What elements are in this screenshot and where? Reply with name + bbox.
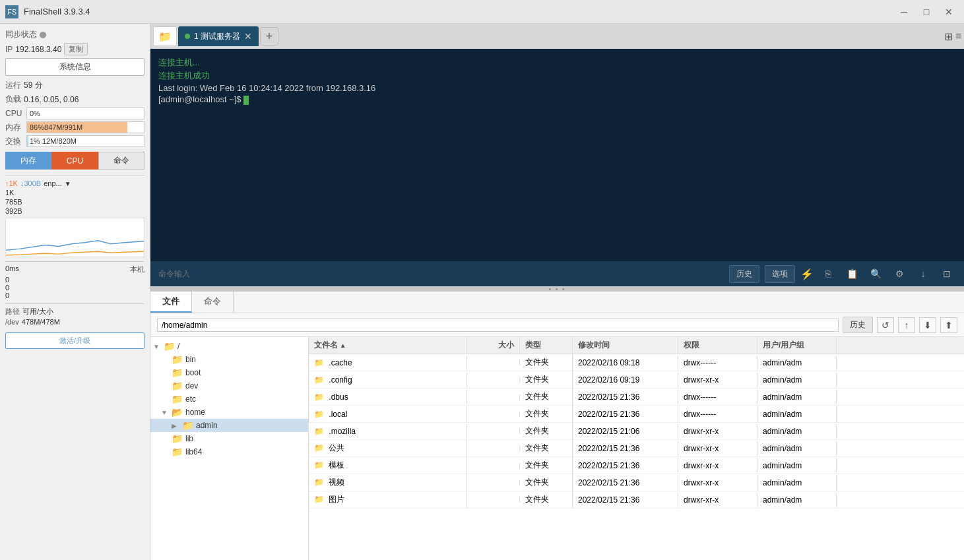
term-line-1: 连接主机... <box>158 57 956 69</box>
col-perm-header[interactable]: 权限 <box>678 337 757 354</box>
file-tab-commands[interactable]: 命令 <box>192 292 234 313</box>
up-dir-button[interactable]: ↑ <box>898 317 915 333</box>
file-row[interactable]: 📁 公共 文件夹 2022/02/15 21:36 drwxr-xr-x adm… <box>309 440 964 457</box>
tree-lib[interactable]: 📁 lib <box>150 432 308 445</box>
paste-button[interactable]: 📋 <box>843 266 861 282</box>
session-tab[interactable]: 1 测试服务器 ✕ <box>178 26 259 46</box>
file-row[interactable]: 📁 模板 文件夹 2022/02/15 21:36 drwxr-xr-x adm… <box>309 457 964 474</box>
runtime-label: 运行 <box>5 80 21 91</box>
file-content: ▼ 📁 / 📁 bin 📁 boot <box>150 337 964 560</box>
file-folder-icon: 📁 <box>314 375 324 385</box>
net-val3-row: 392B <box>5 207 145 215</box>
perf-v1: 0 <box>5 276 145 284</box>
file-row[interactable]: 📁 视频 文件夹 2022/02/15 21:36 drwxr-xr-x adm… <box>309 474 964 491</box>
file-list-header: 文件名 大小 类型 修改时间 权限 用户/用户组 <box>309 337 964 354</box>
tree-bin[interactable]: 📁 bin <box>150 353 308 366</box>
file-perm-cell: drwxr-xr-x <box>678 441 757 456</box>
col-name-header[interactable]: 文件名 <box>309 337 467 354</box>
sysinfo-button[interactable]: 系统信息 <box>5 58 145 76</box>
command-input[interactable] <box>158 269 724 278</box>
file-type-cell: 文件夹 <box>520 354 573 371</box>
file-name-cell: 📁 .cache <box>309 356 467 370</box>
file-row[interactable]: 📁 .local 文件夹 2022/02/15 21:36 drwx------… <box>309 406 964 423</box>
terminal-output: 连接主机... 连接主机成功 Last login: Wed Feb 16 10… <box>150 49 964 261</box>
copy-terminal-button[interactable]: ⎘ <box>819 266 837 282</box>
tree-dev[interactable]: 📁 dev <box>150 379 308 392</box>
tree-home-expand-icon: ▼ <box>161 409 169 416</box>
resize-button[interactable]: ⊡ <box>938 266 956 282</box>
download-file-button[interactable]: ⬇ <box>919 317 936 333</box>
swap-value: 1% 12M/820M <box>27 136 144 146</box>
tab-cpu-button[interactable]: CPU <box>51 152 98 170</box>
col-mtime-header[interactable]: 修改时间 <box>573 337 678 354</box>
tree-root-label: / <box>177 342 179 351</box>
term-line-3: Last login: Wed Feb 16 10:24:14 2022 fro… <box>158 83 956 93</box>
path-input[interactable] <box>157 319 839 332</box>
net-traffic-row: ↑1K ↓300B enp... ▼ <box>5 179 145 187</box>
grid-icon[interactable]: ⊞ <box>944 30 953 43</box>
tree-boot[interactable]: 📁 boot <box>150 366 308 379</box>
file-folder-icon: 📁 <box>314 495 324 504</box>
folder-button[interactable]: 📁 <box>153 26 177 46</box>
file-name-value: .config <box>329 375 352 385</box>
file-row[interactable]: 📁 .config 文件夹 2022/02/16 09:19 drwxr-xr-… <box>309 371 964 389</box>
options-button[interactable]: 选项 <box>765 265 795 283</box>
window-controls: ─ □ ✕ <box>894 4 959 20</box>
ip-label: IP <box>5 45 13 54</box>
file-perm-cell: drwxr-xr-x <box>678 476 757 490</box>
term-line-2: 连接主机成功 <box>158 70 956 82</box>
menu-icon[interactable]: ≡ <box>955 30 961 43</box>
net-val2-row: 785B <box>5 198 145 206</box>
file-type-cell: 文件夹 <box>520 491 573 508</box>
path-dev-key: /dev <box>5 318 19 326</box>
file-row[interactable]: 📁 图片 文件夹 2022/02/15 21:36 drwxr-xr-x adm… <box>309 491 964 509</box>
path-dev-val: 478M/478M <box>22 318 60 326</box>
col-user-header[interactable]: 用户/用户组 <box>757 337 837 354</box>
file-name-cell: 📁 .config <box>309 373 467 387</box>
net-chevron-icon[interactable]: ▼ <box>65 180 71 187</box>
app-icon: FS <box>5 5 18 18</box>
file-size-cell <box>467 497 520 503</box>
search-terminal-button[interactable]: 🔍 <box>866 266 885 282</box>
path-history-button[interactable]: 历史 <box>843 317 873 333</box>
maximize-button[interactable]: □ <box>916 4 936 20</box>
path-header-row: 路径 可用/大小 <box>5 307 145 317</box>
refresh-button[interactable]: ↺ <box>877 317 894 333</box>
minimize-button[interactable]: ─ <box>894 4 914 20</box>
load-row: 负载 0.16, 0.05, 0.06 <box>5 94 145 105</box>
history-button[interactable]: 历史 <box>729 265 759 283</box>
tree-etc[interactable]: 📁 etc <box>150 392 308 406</box>
file-folder-icon: 📁 <box>314 478 324 487</box>
tab-close-icon[interactable]: ✕ <box>244 31 252 42</box>
tree-home[interactable]: ▼ 📂 home <box>150 406 308 419</box>
copy-ip-button[interactable]: 复制 <box>64 43 88 55</box>
tab-cmd-button[interactable]: 命令 <box>98 152 145 170</box>
perf-v3: 0 <box>5 292 145 299</box>
upload-file-button[interactable]: ⬆ <box>940 317 957 333</box>
file-mtime-cell: 2022/02/15 21:06 <box>573 424 678 439</box>
file-row[interactable]: 📁 .mozilla 文件夹 2022/02/15 21:06 drwxr-xr… <box>309 423 964 440</box>
tree-admin[interactable]: ▶ 📁 admin <box>150 419 308 432</box>
lightning-icon[interactable]: ⚡ <box>800 268 814 280</box>
tree-root[interactable]: ▼ 📁 / <box>150 340 308 353</box>
col-type-header[interactable]: 类型 <box>520 337 573 354</box>
file-tab-files[interactable]: 文件 <box>150 292 192 313</box>
add-tab-button[interactable]: + <box>260 27 278 46</box>
runtime-value: 59 分 <box>24 80 43 91</box>
close-button[interactable]: ✕ <box>939 4 959 20</box>
tree-lib64[interactable]: 📁 lib64 <box>150 445 308 458</box>
divider[interactable]: • • • <box>150 286 964 292</box>
download-button[interactable]: ↓ <box>914 266 932 282</box>
col-size-header[interactable]: 大小 <box>467 337 520 354</box>
file-name-value: 公共 <box>329 443 344 452</box>
sync-label: 同步状态 <box>5 29 37 40</box>
file-type-cell: 文件夹 <box>520 423 573 439</box>
settings-button[interactable]: ⚙ <box>890 266 909 282</box>
file-mtime-cell: 2022/02/15 21:36 <box>573 390 678 404</box>
file-row[interactable]: 📁 .cache 文件夹 2022/02/16 09:18 drwx------… <box>309 354 964 371</box>
file-row[interactable]: 📁 .dbus 文件夹 2022/02/15 21:36 drwx------ … <box>309 389 964 406</box>
tab-mem-button[interactable]: 内存 <box>5 152 51 170</box>
file-user-cell: admin/adm <box>757 424 837 439</box>
file-folder-icon: 📁 <box>314 410 324 419</box>
upgrade-button[interactable]: 激活/升级 <box>5 332 145 349</box>
